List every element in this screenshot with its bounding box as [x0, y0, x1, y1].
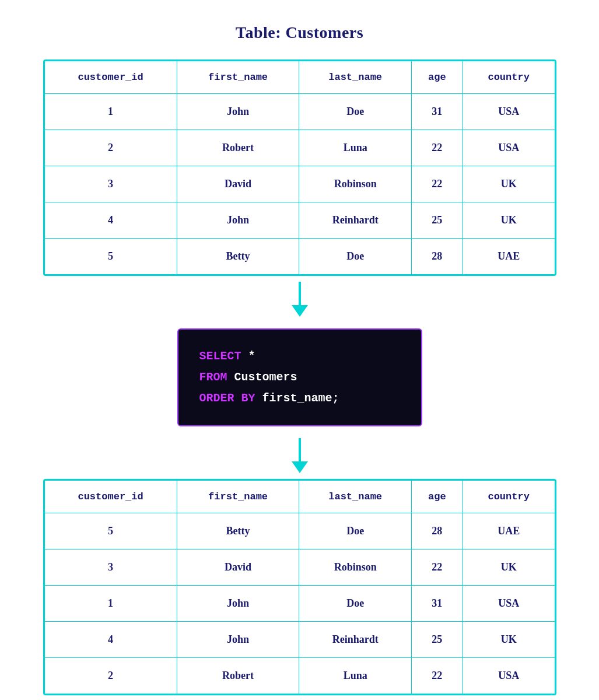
col-header-country: country	[463, 61, 555, 94]
table-cell: 1	[44, 94, 177, 130]
table-cell: Doe	[299, 513, 411, 550]
table-cell: Robinson	[299, 166, 411, 202]
table-cell: 25	[411, 622, 463, 658]
table-row: 5BettyDoe28UAE	[44, 513, 555, 550]
table-cell: David	[177, 166, 299, 202]
table-cell: 2	[44, 130, 177, 166]
table-cell: USA	[463, 586, 555, 622]
sql-from-rest: Customers	[227, 370, 297, 384]
table-cell: Reinhardt	[299, 202, 411, 239]
table-cell: 28	[411, 513, 463, 550]
table-cell: USA	[463, 658, 555, 694]
sql-keyword-from: FROM	[199, 370, 227, 384]
table-row: 3DavidRobinson22UK	[44, 550, 555, 586]
arrow-line-2	[299, 438, 301, 461]
table-cell: John	[177, 622, 299, 658]
top-table: customer_id first_name last_name age cou…	[43, 60, 556, 276]
table-cell: 22	[411, 130, 463, 166]
table-row: 4JohnReinhardt25UK	[44, 202, 555, 239]
table-cell: Doe	[299, 586, 411, 622]
table-cell: 3	[44, 550, 177, 586]
table-row: 3DavidRobinson22UK	[44, 166, 555, 202]
col-header-customer-id: customer_id	[44, 61, 177, 94]
table-row: 1JohnDoe31USA	[44, 94, 555, 130]
table-cell: UAE	[463, 239, 555, 275]
table-cell: John	[177, 586, 299, 622]
table-cell: 1	[44, 586, 177, 622]
table-cell: UAE	[463, 513, 555, 550]
col-header-first-name: first_name	[177, 61, 299, 94]
col-header-customer-id-2: customer_id	[44, 481, 177, 513]
table-cell: UK	[463, 622, 555, 658]
table-cell: 31	[411, 586, 463, 622]
sql-line-2: FROM Customers	[199, 367, 400, 388]
table-cell: UK	[463, 550, 555, 586]
table-cell: 2	[44, 658, 177, 694]
table-cell: John	[177, 202, 299, 239]
table-cell: 4	[44, 202, 177, 239]
table-cell: 28	[411, 239, 463, 275]
col-header-age: age	[411, 61, 463, 94]
table-cell: Betty	[177, 513, 299, 550]
arrow-head-2	[292, 461, 308, 473]
table-cell: Reinhardt	[299, 622, 411, 658]
table-cell: 5	[44, 513, 177, 550]
col-header-country-2: country	[463, 481, 555, 513]
table-row: 2RobertLuna22USA	[44, 658, 555, 694]
table-cell: Luna	[299, 658, 411, 694]
table-cell: Doe	[299, 239, 411, 275]
page-title: Table: Customers	[236, 23, 363, 42]
bottom-table-header-row: customer_id first_name last_name age cou…	[44, 481, 555, 513]
table-cell: USA	[463, 94, 555, 130]
table-cell: Robinson	[299, 550, 411, 586]
sql-line-1: SELECT *	[199, 346, 400, 367]
table-cell: UK	[463, 202, 555, 239]
table-cell: Betty	[177, 239, 299, 275]
top-table-header-row: customer_id first_name last_name age cou…	[44, 61, 555, 94]
arrow-down-1	[292, 282, 308, 317]
col-header-last-name-2: last_name	[299, 481, 411, 513]
table-cell: Robert	[177, 130, 299, 166]
table-cell: 4	[44, 622, 177, 658]
arrow-down-2	[292, 438, 308, 473]
table-cell: 25	[411, 202, 463, 239]
table-row: 5BettyDoe28UAE	[44, 239, 555, 275]
sql-keyword-select: SELECT	[199, 349, 241, 363]
col-header-last-name: last_name	[299, 61, 411, 94]
table-cell: UK	[463, 166, 555, 202]
table-cell: 31	[411, 94, 463, 130]
sql-query-box: SELECT * FROM Customers ORDER BY first_n…	[177, 328, 422, 426]
table-cell: David	[177, 550, 299, 586]
sql-select-rest: *	[241, 349, 255, 363]
sql-keyword-orderby: ORDER BY	[199, 391, 255, 405]
table-cell: 22	[411, 166, 463, 202]
table-cell: Luna	[299, 130, 411, 166]
sql-orderby-rest: first_name;	[255, 391, 339, 405]
table-row: 1JohnDoe31USA	[44, 586, 555, 622]
table-row: 4JohnReinhardt25UK	[44, 622, 555, 658]
sql-line-3: ORDER BY first_name;	[199, 388, 400, 409]
arrow-line-1	[299, 282, 301, 305]
arrow-head-1	[292, 305, 308, 317]
bottom-table: customer_id first_name last_name age cou…	[43, 479, 556, 695]
table-cell: USA	[463, 130, 555, 166]
table-cell: 22	[411, 658, 463, 694]
table-cell: 22	[411, 550, 463, 586]
col-header-first-name-2: first_name	[177, 481, 299, 513]
table-cell: Doe	[299, 94, 411, 130]
table-cell: Robert	[177, 658, 299, 694]
table-cell: 3	[44, 166, 177, 202]
col-header-age-2: age	[411, 481, 463, 513]
table-cell: 5	[44, 239, 177, 275]
table-row: 2RobertLuna22USA	[44, 130, 555, 166]
table-cell: John	[177, 94, 299, 130]
